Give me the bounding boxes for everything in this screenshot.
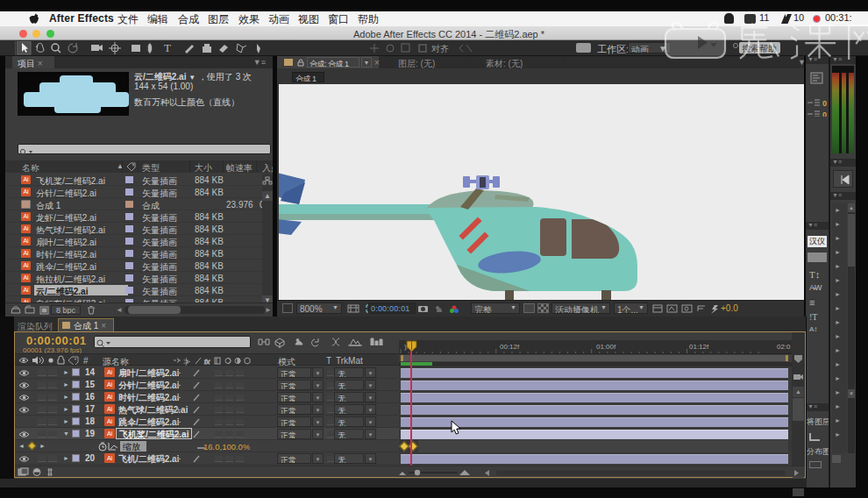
svg-text:0: 0	[822, 110, 827, 117]
svg-text:T: T	[164, 41, 171, 54]
svg-text:0: 0	[822, 99, 827, 108]
svg-text:fx: fx	[204, 358, 210, 366]
